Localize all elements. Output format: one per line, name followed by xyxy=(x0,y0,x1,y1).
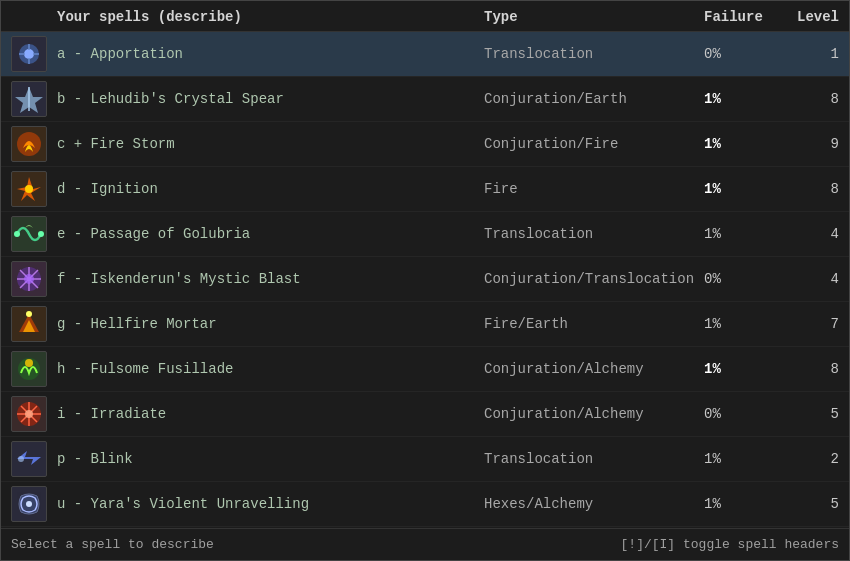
list-item[interactable]: a - ApportationTranslocation0%1 xyxy=(1,32,849,77)
failure-col-header: Failure xyxy=(704,9,784,25)
spell-level: 4 xyxy=(784,271,839,287)
spell-menu: Your spells (describe) Type Failure Leve… xyxy=(0,0,850,561)
spell-name: h - Fulsome Fusillade xyxy=(57,361,484,377)
spell-level: 4 xyxy=(784,226,839,242)
type-col-header: Type xyxy=(484,9,704,25)
spell-failure: 1% xyxy=(704,226,784,242)
spell-name: f - Iskenderun's Mystic Blast xyxy=(57,271,484,287)
spell-failure: 1% xyxy=(704,181,784,197)
list-item[interactable]: d - IgnitionFire1%8 xyxy=(1,167,849,212)
list-item[interactable]: f - Iskenderun's Mystic BlastConjuration… xyxy=(1,257,849,302)
list-item[interactable]: e - Passage of GolubriaTranslocation1%4 xyxy=(1,212,849,257)
footer-toggle-hint: [!]/[I] toggle spell headers xyxy=(621,537,839,552)
svg-point-14 xyxy=(25,410,33,418)
spell-level: 8 xyxy=(784,361,839,377)
spell-type: Conjuration/Alchemy xyxy=(484,406,704,422)
spell-name: i - Irradiate xyxy=(57,406,484,422)
spell-icon xyxy=(11,261,47,297)
footer: Select a spell to describe [!]/[I] toggl… xyxy=(1,528,849,560)
spell-list: a - ApportationTranslocation0%1b - Lehud… xyxy=(1,32,849,528)
list-item[interactable]: p - BlinkTranslocation1%2 xyxy=(1,437,849,482)
spell-type: Fire/Earth xyxy=(484,316,704,332)
spell-name: d - Ignition xyxy=(57,181,484,197)
spell-failure: 1% xyxy=(704,451,784,467)
spells-col-header: Your spells (describe) xyxy=(57,9,484,25)
spell-type: Conjuration/Translocation xyxy=(484,271,704,287)
spell-type: Translocation xyxy=(484,451,704,467)
spell-type: Conjuration/Fire xyxy=(484,136,704,152)
svg-point-15 xyxy=(18,456,24,462)
spell-failure: 1% xyxy=(704,316,784,332)
spell-failure: 1% xyxy=(704,136,784,152)
spell-icon xyxy=(11,486,47,522)
spell-failure: 1% xyxy=(704,361,784,377)
svg-point-9 xyxy=(24,274,34,284)
spell-failure: 0% xyxy=(704,46,784,62)
spell-level: 5 xyxy=(784,406,839,422)
spell-icon xyxy=(11,306,47,342)
spell-icon xyxy=(11,351,47,387)
svg-point-1 xyxy=(24,49,34,59)
spell-type: Translocation xyxy=(484,226,704,242)
spell-level: 1 xyxy=(784,46,839,62)
spell-level: 7 xyxy=(784,316,839,332)
spell-name: p - Blink xyxy=(57,451,484,467)
spell-level: 5 xyxy=(784,496,839,512)
list-item[interactable]: i - IrradiateConjuration/Alchemy0%5 xyxy=(1,392,849,437)
level-col-header: Level xyxy=(784,9,839,25)
spell-name: a - Apportation xyxy=(57,46,484,62)
spell-failure: 1% xyxy=(704,91,784,107)
table-header: Your spells (describe) Type Failure Leve… xyxy=(1,1,849,32)
list-item[interactable]: u - Yara's Violent UnravellingHexes/Alch… xyxy=(1,482,849,527)
spell-level: 9 xyxy=(784,136,839,152)
spell-level: 8 xyxy=(784,91,839,107)
spell-name: e - Passage of Golubria xyxy=(57,226,484,242)
spell-icon xyxy=(11,396,47,432)
svg-point-6 xyxy=(14,231,20,237)
footer-hint: Select a spell to describe xyxy=(11,537,214,552)
spell-type: Fire xyxy=(484,181,704,197)
spell-type: Translocation xyxy=(484,46,704,62)
spell-level: 2 xyxy=(784,451,839,467)
spell-type: Hexes/Alchemy xyxy=(484,496,704,512)
spell-type: Conjuration/Earth xyxy=(484,91,704,107)
svg-point-10 xyxy=(26,311,32,317)
spell-level: 8 xyxy=(784,181,839,197)
svg-point-16 xyxy=(26,501,32,507)
spell-icon xyxy=(11,81,47,117)
spell-failure: 1% xyxy=(704,496,784,512)
spell-name: u - Yara's Violent Unravelling xyxy=(57,496,484,512)
spell-name: g - Hellfire Mortar xyxy=(57,316,484,332)
spell-failure: 0% xyxy=(704,406,784,422)
spell-icon xyxy=(11,126,47,162)
spell-type: Conjuration/Alchemy xyxy=(484,361,704,377)
list-item[interactable]: b - Lehudib's Crystal SpearConjuration/E… xyxy=(1,77,849,122)
spell-icon xyxy=(11,216,47,252)
list-item[interactable]: h - Fulsome FusilladeConjuration/Alchemy… xyxy=(1,347,849,392)
spell-icon xyxy=(11,171,47,207)
svg-point-12 xyxy=(25,359,33,367)
spell-failure: 0% xyxy=(704,271,784,287)
spell-icon xyxy=(11,441,47,477)
spell-name: c + Fire Storm xyxy=(57,136,484,152)
spell-icon xyxy=(11,36,47,72)
spell-name: b - Lehudib's Crystal Spear xyxy=(57,91,484,107)
list-item[interactable]: c + Fire StormConjuration/Fire1%9 xyxy=(1,122,849,167)
svg-point-5 xyxy=(25,185,33,193)
svg-point-7 xyxy=(38,231,44,237)
list-item[interactable]: g - Hellfire MortarFire/Earth1%7 xyxy=(1,302,849,347)
